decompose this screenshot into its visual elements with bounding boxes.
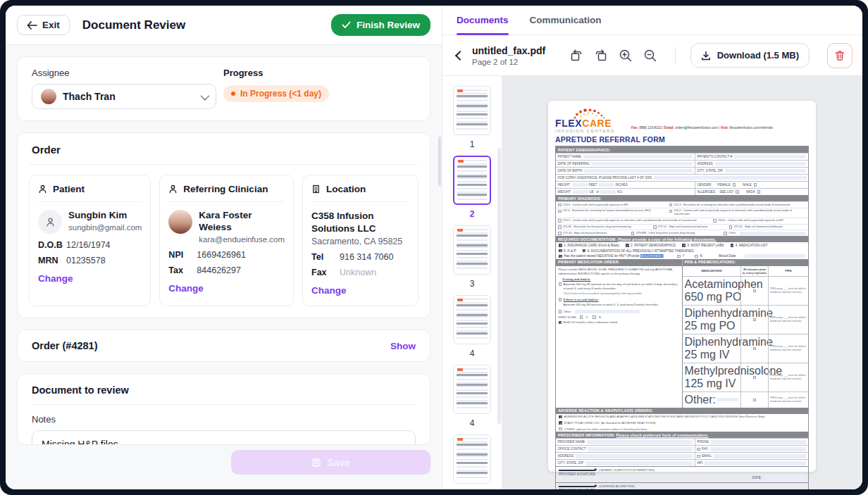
person-icon bbox=[168, 184, 178, 194]
premedications-table: MEDICATIONS30 minutes prior to every inj… bbox=[682, 266, 808, 408]
clinician-tax-value: 844626297 bbox=[197, 265, 241, 275]
patient-name: Sungbin Kim bbox=[68, 210, 142, 222]
section-diagnosis: PRIMARY DIAGNOSIS: bbox=[556, 195, 808, 201]
progress-badge: In Progress (<1 day) bbox=[223, 85, 329, 102]
file-name: untitled_fax.pdf bbox=[472, 45, 545, 56]
clinician-card-title: Referring Clinician bbox=[183, 184, 268, 194]
pdf-header: FLEXCARE INFUSION CENTERS Fax: (888) 219… bbox=[555, 106, 809, 133]
download-label: Download (1.5 MB) bbox=[717, 50, 799, 61]
thumbnail-page-3[interactable]: 3 bbox=[453, 225, 491, 289]
section-required-docs: REQUIRED DOCUMENTATION: Please provide a… bbox=[556, 236, 808, 242]
person-icon bbox=[38, 184, 47, 194]
thumbnail-page-6[interactable]: 5 bbox=[453, 434, 491, 489]
progress-value: In Progress (<1 day) bbox=[240, 89, 321, 99]
document-review-title: Document to review bbox=[32, 384, 416, 405]
download-icon bbox=[701, 51, 711, 61]
document-review-card: Document to review Notes Missing H&P fil… bbox=[17, 373, 430, 445]
clinician-tax-label: Tax bbox=[168, 265, 197, 275]
assignee-card: Assignee Thach Tran Progress In Progress… bbox=[17, 56, 430, 121]
person-icon bbox=[45, 217, 56, 227]
section-prn: PRN & PREMEDICATIONS: bbox=[682, 259, 809, 265]
arrow-icon bbox=[559, 486, 595, 487]
order-title: Order bbox=[29, 144, 418, 165]
thumbnail-page-4[interactable]: 4 bbox=[453, 295, 491, 358]
app-window: Exit Document Review Finish Review Assig… bbox=[6, 6, 862, 489]
left-scrollbar[interactable] bbox=[438, 137, 441, 186]
section-med-order: PRIMARY MEDICATION ORDER: bbox=[556, 259, 682, 265]
delete-button[interactable] bbox=[827, 43, 852, 68]
exit-button[interactable]: Exit bbox=[17, 15, 70, 35]
location-card-title: Location bbox=[326, 184, 366, 194]
assignee-avatar bbox=[41, 89, 56, 104]
patient-mrn-value: 01235578 bbox=[66, 256, 106, 265]
assignee-dropdown[interactable]: Thach Tran bbox=[32, 84, 216, 109]
clinician-change-link[interactable]: Change bbox=[168, 283, 204, 294]
save-button[interactable]: Save bbox=[231, 450, 430, 475]
patient-change-link[interactable]: Change bbox=[38, 273, 73, 284]
page-indicator: Page 2 of 12 bbox=[472, 58, 545, 66]
zoom-out-icon[interactable] bbox=[643, 49, 657, 63]
section-adverse: ADVERSE REACTION & ANAPHYLAXIS ORDERS: bbox=[556, 408, 808, 414]
clinician-card: Referring Clinician Kara Foster Weiess k… bbox=[159, 175, 294, 306]
thumbnail-page-1[interactable]: 1 bbox=[453, 86, 491, 149]
finish-review-button[interactable]: Finish Review bbox=[331, 14, 430, 36]
review-header: Exit Document Review Finish Review bbox=[6, 6, 442, 45]
rotate-left-icon[interactable] bbox=[569, 49, 583, 63]
documents-panel: Documents Communication untitled_fax.pdf… bbox=[442, 6, 862, 489]
pdf-page: FLEXCARE INFUSION CENTERS Fax: (888) 219… bbox=[548, 101, 816, 472]
clinician-avatar bbox=[168, 210, 192, 234]
clinician-name: Kara Foster Weiess bbox=[199, 210, 285, 234]
thumbnail-scrollbar[interactable] bbox=[497, 148, 501, 424]
pdf-toolbar: untitled_fax.pdf Page 2 of 12 Download (… bbox=[442, 35, 862, 75]
thumbnail-label: 3 bbox=[453, 279, 491, 289]
thumbnail-page-2[interactable]: 2 bbox=[453, 156, 491, 219]
chevron-down-icon bbox=[201, 91, 210, 100]
logo-sunburst-icon bbox=[571, 108, 607, 119]
order-card: Order Patient Sungbin Kim bbox=[17, 132, 430, 318]
zoom-in-icon[interactable] bbox=[619, 49, 633, 63]
signature-block-generic: (GENERIC SUBSTITUTION PERMITTED) PROVIDE… bbox=[556, 466, 808, 482]
logo-care: CARE bbox=[582, 118, 612, 129]
pdf-viewer[interactable]: FLEXCARE INFUSION CENTERS Fax: (888) 219… bbox=[502, 76, 862, 489]
referral-form: PATIENT DEMOGRAPHICS: PATIENT NAME:PATIE… bbox=[555, 146, 809, 489]
thumbnail-label: 5 bbox=[453, 488, 491, 489]
back-arrow-icon bbox=[27, 21, 37, 30]
thumbnail-label: 1 bbox=[453, 139, 491, 149]
download-button[interactable]: Download (1.5 MB) bbox=[690, 43, 810, 68]
tab-documents[interactable]: Documents bbox=[457, 6, 509, 35]
show-link[interactable]: Show bbox=[390, 341, 416, 351]
form-title: APRETUDE REFERRAL FORM bbox=[555, 135, 809, 144]
page-title: Document Review bbox=[82, 18, 185, 32]
review-panel: Exit Document Review Finish Review Assig… bbox=[6, 6, 442, 489]
notes-input[interactable]: Missing H&P files bbox=[32, 430, 416, 445]
check-icon bbox=[342, 21, 351, 29]
location-name: C358 Infusion Solutions LLC bbox=[311, 210, 409, 234]
assignee-label: Assignee bbox=[32, 68, 223, 78]
patient-dob-label: D.O.B bbox=[38, 240, 66, 250]
chevron-left-icon[interactable] bbox=[455, 50, 465, 60]
tab-communication[interactable]: Communication bbox=[530, 6, 602, 35]
clinician-npi-label: NPI bbox=[168, 250, 197, 260]
location-change-link[interactable]: Change bbox=[311, 285, 347, 296]
building-icon bbox=[311, 184, 321, 194]
clinician-email: kara@endueinfuse.com bbox=[199, 235, 285, 244]
order-summary-card: Order (#4281) Show bbox=[17, 330, 430, 362]
location-card: Location C358 Infusion Solutions LLC Sac… bbox=[302, 175, 418, 306]
thumbnail-label: 2 bbox=[453, 209, 491, 219]
toolbar-divider bbox=[675, 46, 676, 65]
review-footer: Save bbox=[6, 445, 442, 489]
location-fax-value: Unknown bbox=[340, 268, 376, 277]
patient-card: Patient Sungbin Kim sungbin@gmail.com D. bbox=[29, 175, 151, 306]
thumbnail-page-5[interactable]: 4 bbox=[453, 365, 491, 428]
trash-icon bbox=[834, 50, 845, 61]
assignee-name: Thach Tran bbox=[63, 91, 194, 102]
rotate-right-icon[interactable] bbox=[594, 49, 608, 63]
logo-subtitle: INFUSION CENTERS bbox=[555, 129, 623, 133]
save-icon bbox=[311, 458, 321, 468]
save-label: Save bbox=[327, 457, 350, 468]
finish-review-label: Finish Review bbox=[356, 20, 420, 30]
section-prescriber: PRESCRIBER INFORMATION: Please check pre… bbox=[556, 432, 808, 438]
thumbnail-label: 4 bbox=[453, 349, 491, 358]
patient-email: sungbin@gmail.com bbox=[68, 223, 142, 232]
clinician-npi-value: 1669426961 bbox=[197, 250, 246, 260]
